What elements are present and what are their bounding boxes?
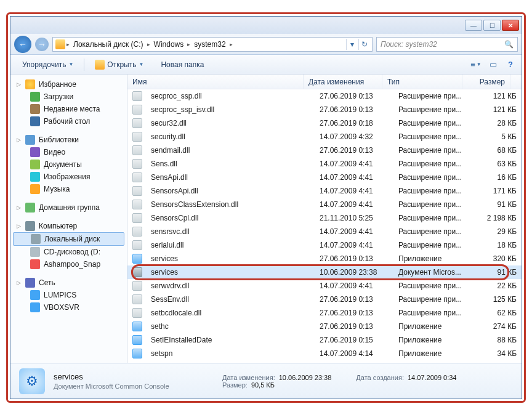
file-row[interactable]: SensApi.dll 14.07.2009 4:41 Расширение п… xyxy=(127,171,522,184)
titlebar: — ☐ ✕ xyxy=(10,17,522,34)
new-folder-button[interactable]: Новая папка xyxy=(154,57,211,72)
sidebar-item[interactable]: Недавние места xyxy=(10,103,127,115)
file-list[interactable]: secproc_ssp.dll 27.06.2019 0:13 Расширен… xyxy=(127,89,522,363)
organize-button[interactable]: Упорядочить▼ xyxy=(15,57,80,72)
file-size: 63 КБ xyxy=(474,160,522,168)
file-icon xyxy=(132,335,142,345)
file-type: Расширение при... xyxy=(393,227,474,236)
search-placeholder: Поиск: system32 xyxy=(381,40,437,49)
sidebar-item[interactable]: Документы xyxy=(10,158,127,171)
file-name: SensorsClassExtension.dll xyxy=(146,200,315,209)
back-button[interactable]: ← xyxy=(14,36,31,53)
file-row[interactable]: SetIEInstalledDate 27.06.2019 0:15 Прило… xyxy=(127,333,522,347)
file-row[interactable]: services 27.06.2019 0:13 Приложение 320 … xyxy=(127,252,522,265)
search-icon[interactable]: 🔍 xyxy=(504,40,514,49)
file-size: 320 КБ xyxy=(474,254,522,263)
chevron-right-icon[interactable]: ▸ xyxy=(230,41,233,47)
file-row[interactable]: secproc_ssp.dll 27.06.2019 0:13 Расширен… xyxy=(127,89,522,103)
column-type[interactable]: Тип xyxy=(382,75,462,89)
sidebar-item[interactable]: Рабочий стол xyxy=(10,115,127,128)
file-row[interactable]: Sens.dll 14.07.2009 4:41 Расширение при.… xyxy=(127,157,522,171)
sidebar-group-header[interactable]: ▷Избранное xyxy=(10,78,127,91)
sidebar-group-header[interactable]: ▷Домашняя группа xyxy=(10,201,127,214)
breadcrumb-item[interactable]: Windows xyxy=(151,40,187,49)
file-row[interactable]: setspn 14.07.2009 4:14 Приложение 34 КБ xyxy=(127,347,522,360)
chevron-right-icon[interactable]: ▸ xyxy=(187,41,190,47)
item-icon xyxy=(30,116,40,126)
file-row[interactable]: sensrsvc.dll 14.07.2009 4:41 Расширение … xyxy=(127,225,522,238)
file-row[interactable]: serwvdrv.dll 14.07.2009 4:41 Расширение … xyxy=(127,279,522,293)
sidebar-item[interactable]: Загрузки xyxy=(10,91,127,103)
file-icon xyxy=(132,159,142,169)
file-size: 34 КБ xyxy=(474,349,522,358)
chevron-right-icon[interactable]: ▸ xyxy=(66,41,70,47)
close-button[interactable]: ✕ xyxy=(502,20,519,31)
file-type: Расширение при... xyxy=(393,92,474,100)
minimize-button[interactable]: — xyxy=(465,20,482,31)
file-type: Приложение xyxy=(393,349,474,358)
file-row[interactable]: security.dll 14.07.2009 4:32 Расширение … xyxy=(127,130,522,144)
sidebar-group-header[interactable]: ▷Сеть xyxy=(10,277,127,289)
file-icon xyxy=(132,254,142,264)
file-row[interactable]: SensorsCpl.dll 21.11.2010 5:25 Расширени… xyxy=(127,211,522,225)
sidebar-item[interactable]: Музыка xyxy=(10,183,127,195)
forward-button[interactable]: → xyxy=(35,38,49,51)
refresh-icon[interactable]: ↻ xyxy=(358,39,369,50)
file-size: 121 КБ xyxy=(474,92,522,100)
column-date[interactable]: Дата изменения xyxy=(304,75,382,89)
breadcrumb-item[interactable]: Локальный диск (С:) xyxy=(71,40,146,49)
column-name[interactable]: Имя xyxy=(127,75,304,89)
sidebar-group-header[interactable]: ▷Компьютер xyxy=(10,220,127,232)
file-date: 21.11.2010 5:25 xyxy=(315,214,393,222)
file-row[interactable]: serialui.dll 14.07.2009 4:41 Расширение … xyxy=(127,238,522,252)
navigation-pane[interactable]: ▷ИзбранноеЗагрузкиНедавние местаРабочий … xyxy=(10,75,127,363)
file-row[interactable]: secproc_ssp_isv.dll 27.06.2019 0:13 Расш… xyxy=(127,103,522,116)
file-name: SensorsApi.dll xyxy=(146,187,315,195)
separator xyxy=(84,59,84,71)
sidebar-item[interactable]: CD-дисковод (D: xyxy=(10,246,127,258)
sidebar-group-header[interactable]: ▷Библиотеки xyxy=(10,134,127,146)
file-icon xyxy=(132,349,142,358)
file-type: Расширение при... xyxy=(393,214,474,222)
sidebar-item[interactable]: Видео xyxy=(10,146,127,158)
file-icon xyxy=(132,105,142,115)
view-options-icon[interactable]: ≡▼ xyxy=(470,59,482,71)
breadcrumb-bar[interactable]: ▸ Локальный диск (С:) ▸ Windows ▸ system… xyxy=(52,37,373,52)
file-date: 14.07.2009 4:14 xyxy=(315,349,393,358)
history-dropdown-icon[interactable]: ▾ xyxy=(346,39,357,50)
file-row[interactable]: SensorsApi.dll 14.07.2009 4:41 Расширени… xyxy=(127,184,522,198)
file-row[interactable]: SensorsClassExtension.dll 14.07.2009 4:4… xyxy=(127,198,522,211)
chevron-right-icon[interactable]: ▸ xyxy=(147,41,150,47)
file-icon xyxy=(132,281,142,291)
help-icon[interactable]: ? xyxy=(504,59,517,71)
sidebar-item[interactable]: Изображения xyxy=(10,171,127,183)
sidebar-item[interactable]: LUMPICS xyxy=(10,289,127,301)
file-row[interactable]: setbcdlocale.dll 27.06.2019 0:13 Расшире… xyxy=(127,306,522,320)
search-input[interactable]: Поиск: system32 🔍 xyxy=(376,37,518,52)
file-row[interactable]: secur32.dll 27.06.2019 0:18 Расширение п… xyxy=(127,116,522,130)
column-size[interactable]: Размер xyxy=(462,75,510,89)
maximize-button[interactable]: ☐ xyxy=(483,20,501,31)
file-type: Расширение при... xyxy=(393,309,474,317)
file-date: 14.07.2009 4:41 xyxy=(315,187,393,195)
file-type: Расширение при... xyxy=(393,187,474,195)
file-row[interactable]: SessEnv.dll 27.06.2019 0:13 Расширение п… xyxy=(127,293,522,306)
preview-pane-icon[interactable]: ▭ xyxy=(487,59,499,71)
file-row[interactable]: sendmail.dll 27.06.2019 0:13 Расширение … xyxy=(127,144,522,157)
file-date: 27.06.2019 0:13 xyxy=(315,295,393,304)
open-button[interactable]: Открыть▼ xyxy=(88,57,150,73)
file-row[interactable]: sethc 27.06.2019 0:13 Приложение 274 КБ xyxy=(127,320,522,333)
file-row[interactable]: services 10.06.2009 23:38 Документ Micro… xyxy=(127,265,522,279)
file-name: serwvdrv.dll xyxy=(146,281,315,290)
file-date: 14.07.2009 4:32 xyxy=(315,132,393,141)
sidebar-item[interactable]: Ashampoo_Snap xyxy=(10,258,127,270)
breadcrumb-item[interactable]: system32 xyxy=(191,40,228,49)
navigation-bar: ← → ▸ Локальный диск (С:) ▸ Windows ▸ sy… xyxy=(10,34,522,55)
group-icon xyxy=(25,203,35,213)
sidebar-item[interactable]: VBOXSVR xyxy=(10,301,127,314)
sidebar-item[interactable]: Локальный диск xyxy=(13,232,124,246)
file-name: SessEnv.dll xyxy=(146,295,315,304)
file-icon xyxy=(132,308,142,318)
file-name: sendmail.dll xyxy=(146,146,315,155)
file-name: secproc_ssp_isv.dll xyxy=(146,105,315,114)
